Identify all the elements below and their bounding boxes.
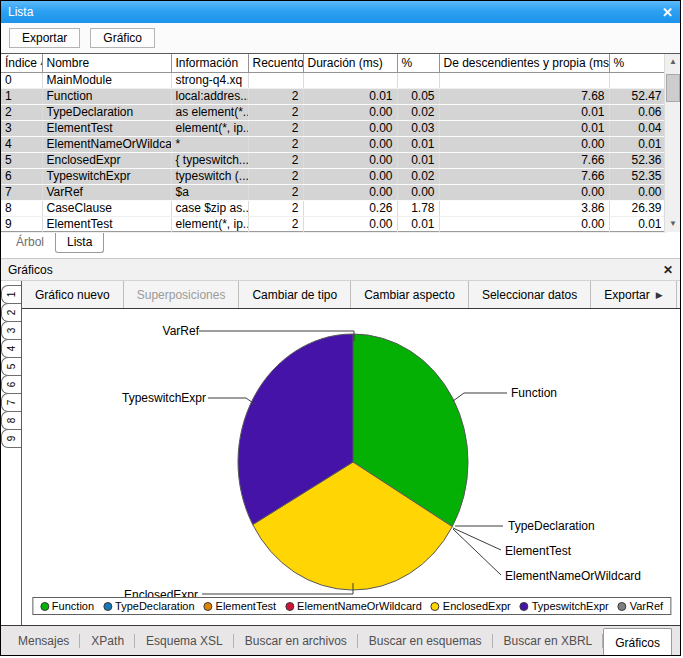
cell: 3.86 (439, 200, 609, 216)
legend-dot-typeswitchexpr (520, 602, 529, 611)
exportar-button[interactable]: Exportar (9, 28, 80, 48)
scrollbar-thumb[interactable] (666, 74, 680, 102)
cell: 2 (1, 104, 42, 120)
cell: 6 (1, 168, 42, 184)
table-row[interactable]: 5EnclosedExpr{ typeswitch...20.000.017.6… (1, 152, 666, 168)
chart-tab-strip: 1 2 3 4 5 6 7 8 9 (1, 281, 21, 625)
cell: ElementNameOrWildcard (42, 136, 171, 152)
tab-arbol[interactable]: Árbol (5, 232, 55, 252)
table-row[interactable]: 8CaseClausecase $zip as...20.261.783.862… (1, 200, 666, 216)
cell: 0.00 (439, 184, 609, 200)
legend-dot-varref (618, 602, 627, 611)
cell: 0.01 (397, 136, 439, 152)
cell: $a (171, 184, 248, 200)
cell: 0.00 (303, 120, 397, 136)
tab-graficos[interactable]: Gráficos (603, 628, 672, 656)
legend-label: ElementNameOrWildcard (297, 600, 422, 612)
legend-label: TypeDeclaration (115, 600, 195, 612)
cell: 5 (1, 152, 42, 168)
cell: 0.01 (609, 136, 666, 152)
chart-tab-4[interactable]: 4 (1, 339, 21, 358)
table-row[interactable]: 7VarRef$a20.000.000.000.00 (1, 184, 666, 200)
table-row[interactable]: 9ElementTestelement(*, ip...20.000.010.0… (1, 216, 666, 232)
lista-close-icon[interactable]: ✕ (662, 6, 673, 19)
cell: 0.00 (303, 152, 397, 168)
tab-mensajes[interactable]: Mensajes (7, 626, 80, 656)
grafico-nuevo-button[interactable]: Gráfico nuevo (22, 281, 124, 308)
table-row[interactable]: 2TypeDeclarationas element(*...20.000.02… (1, 104, 666, 120)
chart-tab-8[interactable]: 8 (1, 411, 21, 430)
chart-tab-2[interactable]: 2 (1, 303, 21, 322)
table-row[interactable]: 4ElementNameOrWildcard*20.000.010.000.01 (1, 136, 666, 152)
cell: 7 (1, 184, 42, 200)
col-header-recuento[interactable]: Recuento (248, 54, 303, 72)
cell: 0.01 (609, 216, 666, 232)
cell: 0.00 (303, 168, 397, 184)
tab-esquema-xsl[interactable]: Esquema XSL (135, 626, 234, 656)
tab-xpath[interactable]: XPath (80, 626, 135, 656)
scroll-down-icon[interactable]: ▼ (665, 216, 681, 232)
cell: 0.04 (609, 120, 666, 136)
cell: 2 (248, 168, 303, 184)
cambiar-de-tipo-button[interactable]: Cambiar de tipo (239, 281, 351, 308)
cell (609, 72, 666, 88)
cambiar-aspecto-button[interactable]: Cambiar aspecto (351, 281, 469, 308)
chart-tab-3[interactable]: 3 (1, 321, 21, 340)
cell: 7.66 (439, 152, 609, 168)
tab-lista[interactable]: Lista (55, 232, 104, 253)
chart-tab-7[interactable]: 7 (1, 393, 21, 412)
chart-tab-6[interactable]: 6 (1, 375, 21, 394)
cell: 0.00 (439, 136, 609, 152)
col-header-informacion[interactable]: Información (171, 54, 248, 72)
cell: 0.00 (439, 216, 609, 232)
col-header-pct2[interactable]: % (609, 54, 666, 72)
legend-label: EnclosedExpr (443, 600, 511, 612)
seleccionar-datos-button[interactable]: Seleccionar datos (469, 281, 591, 308)
cell: { typeswitch... (171, 152, 248, 168)
tab-buscar-en-xbrl[interactable]: Buscar en XBRL (493, 626, 604, 656)
cell: 0.00 (303, 104, 397, 120)
graficos-content: Gráfico nuevo Superposiciones Cambiar de… (21, 281, 681, 625)
col-header-pct1[interactable]: % (397, 54, 439, 72)
grafico-button[interactable]: Gráfico (90, 28, 155, 48)
cell: element(*, ip... (171, 216, 248, 232)
graficos-titlebar[interactable]: Gráficos ✕ (1, 259, 680, 281)
cell: 2 (248, 184, 303, 200)
chart-tab-label: 2 (6, 310, 17, 316)
cell: * (171, 136, 248, 152)
pie-label-elementnameorwildcard: ElementNameOrWildcard (505, 569, 641, 583)
chart-tab-label: 5 (6, 364, 17, 370)
chart-tab-5[interactable]: 5 (1, 357, 21, 376)
cell: 2 (248, 200, 303, 216)
pie-label-typeswitchexpr: TypeswitchExpr (82, 391, 206, 405)
table-row[interactable]: 0MainModulestrong-q4.xq (1, 72, 666, 88)
tab-buscar-en-esquemas[interactable]: Buscar en esquemas (358, 626, 493, 656)
exportar-menu-button[interactable]: Exportar▶ (591, 281, 676, 308)
chart-tab-1[interactable]: 1 (1, 285, 21, 304)
cell: MainModule (42, 72, 171, 88)
table-row[interactable]: 3ElementTestelement(*, ip...20.000.030.0… (1, 120, 666, 136)
scroll-up-icon[interactable]: ▲ (665, 54, 681, 70)
lista-titlebar[interactable]: Lista ✕ (1, 1, 680, 23)
cell: case $zip as... (171, 200, 248, 216)
table-row[interactable]: 6TypeswitchExprtypeswitch (...20.000.027… (1, 168, 666, 184)
table-header-row: Índice▲ Nombre Información Recuento Dura… (1, 54, 666, 72)
legend-item: VarRef (618, 600, 663, 612)
cell: ElementTest (42, 120, 171, 136)
table-row[interactable]: 1Functionlocal:addres...20.010.057.6852.… (1, 88, 666, 104)
col-header-descendientes[interactable]: De descendientes y propia (ms) (439, 54, 609, 72)
tab-buscar-en-archivos[interactable]: Buscar en archivos (234, 626, 358, 656)
cell: 0 (1, 72, 42, 88)
chart-tab-9[interactable]: 9 (1, 429, 21, 448)
cell: 4 (1, 136, 42, 152)
col-header-duracion[interactable]: Duración (ms) (303, 54, 397, 72)
legend-dot-elementtest (204, 602, 213, 611)
pie-label-elementtest: ElementTest (505, 544, 571, 558)
cell: 2 (248, 88, 303, 104)
col-header-indice[interactable]: Índice▲ (1, 54, 42, 72)
cell: 2 (248, 216, 303, 232)
col-header-nombre[interactable]: Nombre (42, 54, 171, 72)
table-scrollbar[interactable]: ▲ ▼ (664, 54, 680, 232)
cell: element(*, ip... (171, 120, 248, 136)
graficos-close-icon[interactable]: ✕ (663, 263, 673, 277)
